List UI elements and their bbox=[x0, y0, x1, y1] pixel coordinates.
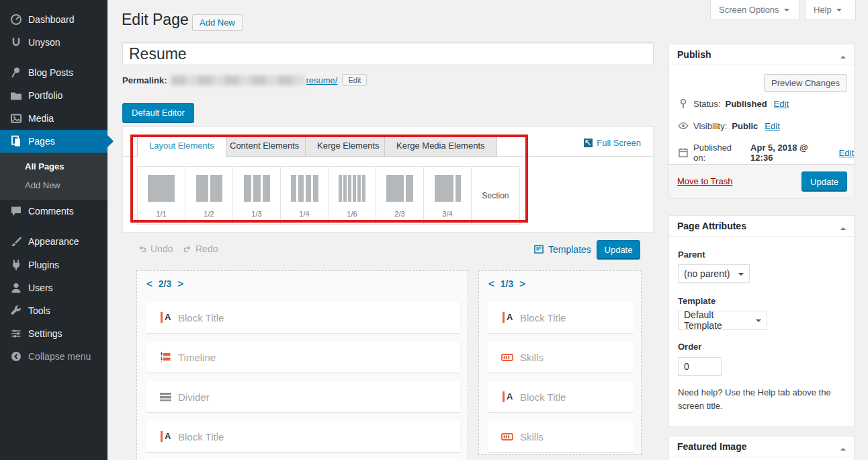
builder-item-timeline[interactable]: Timeline bbox=[146, 342, 460, 373]
edit-status-link[interactable]: Edit bbox=[774, 99, 789, 109]
edit-visibility-link[interactable]: Edit bbox=[765, 121, 779, 131]
sidebar-item-portfolio[interactable]: Portfolio bbox=[0, 84, 107, 107]
builder-item-block-title[interactable]: Block Title bbox=[146, 421, 460, 452]
help-label: Help bbox=[814, 5, 832, 15]
sidebar-item-dashboard[interactable]: Dashboard bbox=[0, 8, 107, 31]
panel-toggle-icon[interactable] bbox=[840, 225, 846, 230]
permalink-row: Permalink: resume/ Edit bbox=[122, 74, 367, 86]
screen-options-button[interactable]: Screen Options bbox=[710, 0, 799, 20]
templates-icon bbox=[534, 245, 544, 254]
page-attributes-panel: Page Attributes Parent (no parent) Templ… bbox=[668, 215, 855, 427]
sidebar-item-label: Plugins bbox=[28, 260, 59, 270]
block-title-icon bbox=[501, 311, 513, 323]
sidebar-item-appearance[interactable]: Appearance bbox=[0, 230, 107, 253]
column-width-nav: < 1/3 > bbox=[488, 278, 525, 289]
sidebar-item-label: Collapse menu bbox=[28, 351, 91, 362]
edit-published-on-link[interactable]: Edit bbox=[839, 148, 854, 158]
sidebar-item-comments[interactable]: Comments bbox=[0, 200, 107, 223]
builder-item-block-title[interactable]: Block Title bbox=[146, 302, 460, 333]
tab-kerge-media-elements[interactable]: Kerge Media Elements bbox=[384, 135, 497, 157]
sidebar-item-settings[interactable]: Settings bbox=[0, 322, 107, 345]
help-button[interactable]: Help bbox=[805, 0, 856, 20]
permalink-edit-button[interactable]: Edit bbox=[342, 74, 367, 86]
sidebar-item-tools[interactable]: Tools bbox=[0, 299, 107, 322]
sidebar-item-plugins[interactable]: Plugins bbox=[0, 254, 107, 276]
sidebar-item-label: Blog Posts bbox=[28, 67, 73, 78]
edit-page-screen: Dashboard Unyson Blog Posts Portfolio Me… bbox=[0, 0, 868, 460]
layout-option-1-6[interactable]: 1/6 bbox=[329, 167, 376, 224]
tab-kerge-elements[interactable]: Kerge Elements bbox=[305, 135, 392, 157]
builder-item-block-title[interactable]: Block Title bbox=[488, 302, 634, 333]
update-button[interactable]: Update bbox=[801, 171, 847, 192]
publish-panel-header[interactable]: Publish bbox=[669, 44, 854, 65]
fullscreen-icon bbox=[584, 139, 593, 147]
preview-changes-button[interactable]: Preview Changes bbox=[764, 74, 847, 92]
tab-content-elements[interactable]: Content Elements bbox=[218, 135, 311, 157]
builder-column-1-3: < 1/3 > Block Title Skills Block Title bbox=[478, 270, 642, 455]
layout-option-3-4[interactable]: 3/4 bbox=[424, 167, 472, 224]
post-title-input[interactable] bbox=[122, 42, 654, 65]
published-on-label: Published on: bbox=[693, 143, 746, 163]
layout-option-1-3[interactable]: 1/3 bbox=[233, 167, 281, 224]
builder-item-divider[interactable]: Divider bbox=[146, 381, 460, 412]
builder-update-button[interactable]: Update bbox=[597, 240, 640, 260]
builder-item-block-title[interactable]: Block Title bbox=[488, 381, 634, 412]
layout-option-2-3[interactable]: 2/3 bbox=[376, 167, 424, 224]
pages-submenu: All Pages Add New bbox=[0, 153, 107, 200]
layout-option-1-1[interactable]: 1/1 bbox=[138, 167, 185, 224]
prev-icon[interactable]: < bbox=[488, 278, 494, 289]
layout-elements-grid: 1/1 1/2 1/3 1/4 1/6 bbox=[137, 166, 520, 225]
page-attributes-header[interactable]: Page Attributes bbox=[669, 216, 854, 237]
skills-icon bbox=[501, 351, 513, 363]
submenu-item-add-new[interactable]: Add New bbox=[0, 176, 107, 195]
sidebar-item-collapse-menu[interactable]: Collapse menu bbox=[0, 345, 107, 368]
template-select[interactable]: Default Template bbox=[678, 311, 767, 330]
submenu-item-all-pages[interactable]: All Pages bbox=[0, 157, 107, 176]
sidebar-item-media[interactable]: Media bbox=[0, 107, 107, 130]
featured-image-header[interactable]: Featured Image bbox=[669, 436, 854, 457]
settings-sliders-icon bbox=[9, 327, 23, 340]
panel-toggle-icon[interactable] bbox=[840, 53, 846, 59]
builder-item-skills[interactable]: Skills bbox=[488, 421, 634, 452]
redo-button[interactable]: Redo bbox=[183, 243, 218, 254]
main-content: Screen Options Help Edit Page Add New Pe… bbox=[107, 0, 868, 460]
add-new-button[interactable]: Add New bbox=[192, 14, 243, 31]
tab-layout-elements[interactable]: Layout Elements bbox=[137, 135, 226, 157]
templates-button[interactable]: Templates bbox=[534, 244, 591, 255]
column-1-1-icon bbox=[138, 175, 185, 202]
builder-item-skills[interactable]: Skills bbox=[488, 342, 634, 373]
move-to-trash-link[interactable]: Move to Trash bbox=[677, 176, 732, 186]
permalink-label: Permalink: bbox=[122, 75, 167, 85]
plugins-icon bbox=[9, 258, 23, 272]
layout-option-section[interactable]: Section bbox=[472, 167, 519, 224]
default-editor-button[interactable]: Default Editor bbox=[122, 103, 194, 123]
order-label: Order bbox=[678, 342, 701, 352]
permalink-slug-link[interactable]: resume/ bbox=[306, 75, 337, 85]
sidebar-item-blog-posts[interactable]: Blog Posts bbox=[0, 61, 107, 84]
chevron-down-icon bbox=[784, 9, 789, 14]
divider-icon bbox=[159, 391, 171, 403]
timeline-icon bbox=[159, 351, 171, 363]
full-screen-label: Full Screen bbox=[597, 138, 641, 148]
sidebar-item-pages[interactable]: Pages bbox=[0, 130, 107, 153]
block-title-icon bbox=[159, 430, 171, 443]
order-input[interactable] bbox=[678, 357, 722, 376]
media-icon bbox=[9, 112, 23, 125]
full-screen-button[interactable]: Full Screen bbox=[584, 138, 641, 148]
undo-button[interactable]: Undo bbox=[138, 243, 173, 254]
admin-sidebar: Dashboard Unyson Blog Posts Portfolio Me… bbox=[0, 0, 107, 460]
redo-label: Redo bbox=[196, 243, 218, 254]
panel-toggle-icon[interactable] bbox=[840, 445, 846, 451]
appearance-brush-icon bbox=[9, 235, 23, 248]
parent-select[interactable]: (no parent) bbox=[678, 264, 750, 283]
next-icon[interactable]: > bbox=[519, 278, 525, 289]
sidebar-item-unyson[interactable]: Unyson bbox=[0, 31, 107, 54]
prev-icon[interactable]: < bbox=[146, 278, 153, 289]
layout-option-1-4[interactable]: 1/4 bbox=[281, 167, 329, 224]
page-builder-panel: Layout Elements Content Elements Kerge E… bbox=[122, 126, 654, 233]
layout-option-1-2[interactable]: 1/2 bbox=[185, 167, 233, 224]
sidebar-item-users[interactable]: Users bbox=[0, 276, 107, 299]
comments-icon bbox=[9, 204, 23, 218]
next-icon[interactable]: > bbox=[177, 278, 183, 289]
collapse-arrow-icon bbox=[9, 350, 23, 363]
